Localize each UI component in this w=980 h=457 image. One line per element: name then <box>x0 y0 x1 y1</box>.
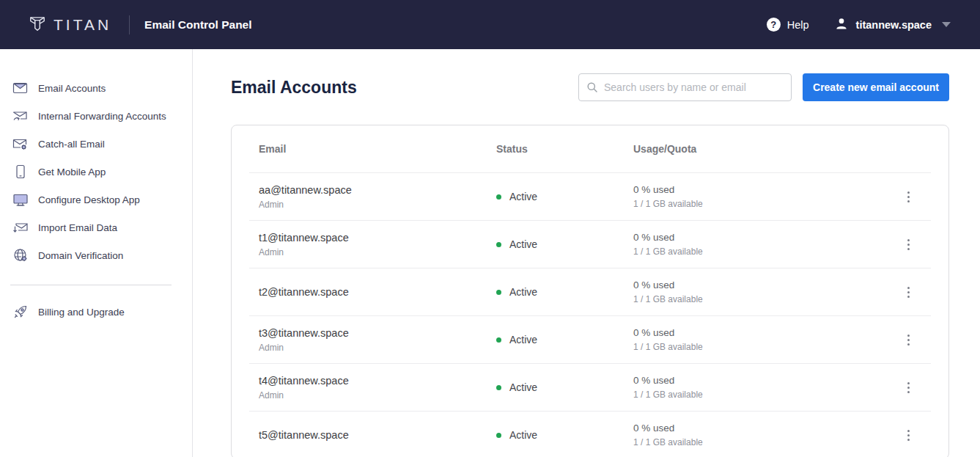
row-actions-menu-icon[interactable] <box>899 427 917 444</box>
account-email: t4@titannew.space <box>259 375 496 387</box>
create-email-account-button[interactable]: Create new email account <box>803 73 949 101</box>
usage-percent: 0 % used <box>633 279 899 290</box>
envelope-gear-icon <box>12 137 29 150</box>
table-row: t2@titannew.space Active 0 % used 1 / 1 … <box>249 268 931 315</box>
status-badge: Active <box>509 191 537 202</box>
usage-percent: 0 % used <box>633 327 899 338</box>
table-row: t5@titannew.space Active 0 % used 1 / 1 … <box>249 411 931 457</box>
sidebar-item-internal-forwarding[interactable]: Internal Forwarding Accounts <box>0 102 192 130</box>
envelope-icon <box>12 81 29 95</box>
sidebar-divider <box>10 285 172 285</box>
table-header-row: Email Status Usage/Quota <box>249 125 931 172</box>
quota-available: 1 / 1 GB available <box>633 390 899 400</box>
account-email: t3@titannew.space <box>259 327 496 339</box>
sidebar-label: Get Mobile App <box>38 167 106 178</box>
help-label: Help <box>787 19 809 31</box>
help-icon: ? <box>767 18 781 32</box>
topbar-divider <box>129 15 130 34</box>
usage-percent: 0 % used <box>633 232 899 243</box>
table-row: t3@titannew.space Admin Active 0 % used … <box>249 315 931 363</box>
status-dot-icon <box>496 385 501 390</box>
row-actions-menu-icon[interactable] <box>899 332 917 348</box>
quota-available: 1 / 1 GB available <box>633 437 899 447</box>
usage-percent: 0 % used <box>633 184 899 195</box>
row-actions-menu-icon[interactable] <box>899 189 917 205</box>
status-badge: Active <box>509 286 537 298</box>
sidebar-item-email-accounts[interactable]: Email Accounts <box>0 74 192 102</box>
help-button[interactable]: ? Help <box>767 18 809 32</box>
quota-available: 1 / 1 GB available <box>633 342 899 352</box>
table-row: aa@titannew.space Admin Active 0 % used … <box>249 172 931 220</box>
globe-gear-icon <box>12 248 29 263</box>
status-dot-icon <box>496 433 501 438</box>
email-accounts-table: Email Status Usage/Quota aa@titannew.spa… <box>231 125 949 457</box>
quota-available: 1 / 1 GB available <box>633 246 899 257</box>
account-menu[interactable]: titannew.space <box>834 16 951 34</box>
row-actions-menu-icon[interactable] <box>899 284 917 301</box>
search-box[interactable] <box>578 73 792 101</box>
sidebar-label: Email Accounts <box>38 83 106 94</box>
sidebar-item-domain-verification[interactable]: Domain Verification <box>0 241 192 269</box>
search-icon <box>586 81 598 93</box>
sidebar-label: Billing and Upgrade <box>38 307 125 318</box>
sidebar: Email Accounts Internal Forwarding Accou… <box>0 49 193 457</box>
mobile-phone-icon <box>12 164 29 179</box>
sidebar-label: Catch-all Email <box>38 139 105 150</box>
sidebar-item-desktop-app[interactable]: Configure Desktop App <box>0 186 192 213</box>
column-header-email: Email <box>259 143 496 155</box>
sidebar-item-billing-upgrade[interactable]: Billing and Upgrade <box>0 298 192 326</box>
account-role: Admin <box>259 343 496 353</box>
account-email: t1@titannew.space <box>259 232 496 244</box>
status-badge: Active <box>509 238 537 250</box>
status-badge: Active <box>509 334 537 346</box>
table-row: t1@titannew.space Admin Active 0 % used … <box>249 220 931 268</box>
status-badge: Active <box>509 429 537 441</box>
usage-percent: 0 % used <box>633 423 899 434</box>
account-role: Admin <box>259 247 496 257</box>
envelope-import-icon <box>12 221 29 235</box>
sidebar-item-import-email[interactable]: Import Email Data <box>0 213 192 241</box>
sidebar-item-mobile-app[interactable]: Get Mobile App <box>0 158 192 186</box>
sidebar-label: Configure Desktop App <box>38 194 140 205</box>
table-row: t4@titannew.space Admin Active 0 % used … <box>249 363 931 411</box>
top-bar: TITAN Email Control Panel ? Help titanne… <box>0 0 980 49</box>
brand-name: TITAN <box>54 16 111 34</box>
status-badge: Active <box>509 381 537 393</box>
sidebar-item-catch-all[interactable]: Catch-all Email <box>0 130 192 158</box>
search-input[interactable] <box>604 81 784 93</box>
account-domain: titannew.space <box>856 19 932 31</box>
row-actions-menu-icon[interactable] <box>899 379 917 396</box>
sidebar-label: Import Email Data <box>38 222 117 233</box>
account-role: Admin <box>259 390 496 401</box>
quota-available: 1 / 1 GB available <box>633 294 899 304</box>
account-email: t5@titannew.space <box>259 429 496 441</box>
account-email: t2@titannew.space <box>259 286 496 298</box>
usage-percent: 0 % used <box>633 375 899 386</box>
status-dot-icon <box>496 337 501 343</box>
page-title: Email Accounts <box>231 78 357 98</box>
rocket-icon <box>12 304 29 319</box>
sidebar-label: Domain Verification <box>38 250 123 261</box>
sidebar-label: Internal Forwarding Accounts <box>38 111 166 122</box>
status-dot-icon <box>496 194 501 200</box>
column-header-status: Status <box>496 143 633 155</box>
titan-logo: TITAN <box>28 14 111 36</box>
titan-logo-icon <box>28 14 47 36</box>
desktop-monitor-icon <box>12 193 29 207</box>
chevron-down-icon <box>942 22 951 27</box>
quota-available: 1 / 1 GB available <box>633 199 899 209</box>
row-actions-menu-icon[interactable] <box>899 236 917 253</box>
main-content: Email Accounts Create new email account … <box>193 49 980 457</box>
account-role: Admin <box>259 200 496 210</box>
status-dot-icon <box>496 290 501 295</box>
column-header-usage: Usage/Quota <box>633 143 899 155</box>
status-dot-icon <box>496 242 501 247</box>
envelope-forward-icon <box>12 109 29 123</box>
account-email: aa@titannew.space <box>259 184 496 196</box>
app-title: Email Control Panel <box>144 18 251 32</box>
user-icon <box>834 16 849 34</box>
